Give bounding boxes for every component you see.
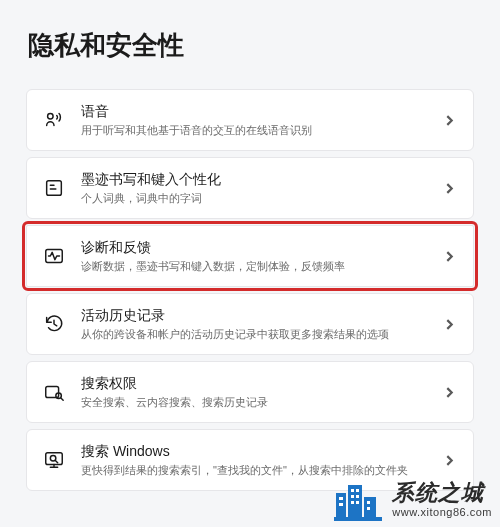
item-subtitle: 个人词典，词典中的字词 — [81, 191, 425, 206]
settings-item-search-permissions[interactable]: 搜索权限 安全搜索、云内容搜索、搜索历史记录 — [26, 361, 474, 423]
item-title: 诊断和反馈 — [81, 238, 425, 256]
item-subtitle: 用于听写和其他基于语音的交互的在线语音识别 — [81, 123, 425, 138]
svg-rect-3 — [46, 387, 59, 398]
chevron-right-icon — [439, 251, 459, 262]
settings-item-activity-history[interactable]: 活动历史记录 从你的跨设备和帐户的活动历史记录中获取更多搜索结果的选项 — [26, 293, 474, 355]
item-title: 搜索权限 — [81, 374, 425, 392]
svg-rect-14 — [351, 495, 354, 498]
svg-rect-19 — [367, 507, 370, 510]
settings-item-diagnostics[interactable]: 诊断和反馈 诊断数据，墨迹书写和键入数据，定制体验，反馈频率 — [26, 225, 474, 287]
svg-rect-7 — [336, 493, 346, 519]
chevron-right-icon — [439, 455, 459, 466]
svg-rect-1 — [47, 181, 62, 196]
chevron-right-icon — [439, 387, 459, 398]
item-subtitle: 诊断数据，墨迹书写和键入数据，定制体验，反馈频率 — [81, 259, 425, 274]
search-permissions-icon — [41, 379, 67, 405]
svg-rect-16 — [351, 501, 354, 504]
svg-rect-20 — [334, 517, 382, 521]
svg-point-0 — [48, 114, 54, 120]
svg-rect-10 — [339, 497, 343, 500]
item-title: 语音 — [81, 102, 425, 120]
item-subtitle: 安全搜索、云内容搜索、搜索历史记录 — [81, 395, 425, 410]
chevron-right-icon — [439, 183, 459, 194]
svg-rect-11 — [339, 503, 343, 506]
chevron-right-icon — [439, 115, 459, 126]
history-icon — [41, 311, 67, 337]
item-subtitle: 更快得到结果的搜索索引，"查找我的文件"，从搜索中排除的文件夹 — [81, 463, 425, 478]
voice-icon — [41, 107, 67, 133]
svg-rect-15 — [356, 495, 359, 498]
item-title: 搜索 Windows — [81, 442, 425, 460]
settings-list: 语音 用于听写和其他基于语音的交互的在线语音识别 墨迹书写和键入个性化 个人词典… — [26, 89, 474, 491]
svg-rect-5 — [46, 453, 63, 465]
search-windows-icon — [41, 447, 67, 473]
settings-item-inking[interactable]: 墨迹书写和键入个性化 个人词典，词典中的字词 — [26, 157, 474, 219]
settings-item-search-windows[interactable]: 搜索 Windows 更快得到结果的搜索索引，"查找我的文件"，从搜索中排除的文… — [26, 429, 474, 491]
svg-rect-18 — [367, 501, 370, 504]
inking-icon — [41, 175, 67, 201]
settings-item-voice[interactable]: 语音 用于听写和其他基于语音的交互的在线语音识别 — [26, 89, 474, 151]
chevron-right-icon — [439, 319, 459, 330]
page-title: 隐私和安全性 — [28, 28, 474, 63]
item-subtitle: 从你的跨设备和帐户的活动历史记录中获取更多搜索结果的选项 — [81, 327, 425, 342]
svg-rect-9 — [364, 497, 376, 519]
item-title: 墨迹书写和键入个性化 — [81, 170, 425, 188]
item-title: 活动历史记录 — [81, 306, 425, 324]
watermark-url: www.xitong86.com — [392, 506, 492, 518]
svg-rect-17 — [356, 501, 359, 504]
diagnostics-icon — [41, 243, 67, 269]
